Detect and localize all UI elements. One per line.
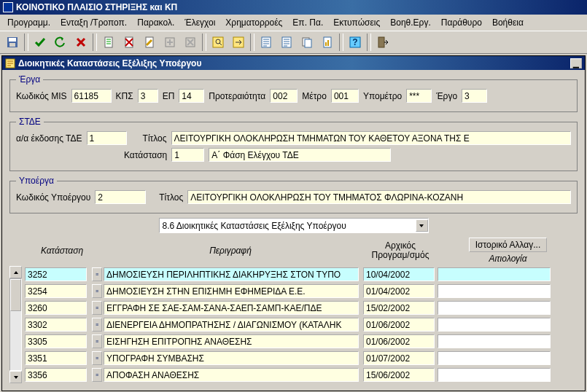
scroll-track[interactable] bbox=[9, 278, 22, 371]
reason-cell[interactable] bbox=[438, 284, 551, 298]
desc-cell[interactable] bbox=[104, 301, 359, 315]
check-icon[interactable] bbox=[31, 33, 50, 52]
menu-item[interactable]: Επ. Πα. bbox=[288, 16, 327, 29]
menu-item[interactable]: Χρηματορροές bbox=[221, 16, 287, 29]
metro-label: Μέτρο bbox=[302, 91, 327, 101]
kat-field[interactable] bbox=[171, 148, 204, 162]
find-next-icon[interactable] bbox=[229, 33, 248, 52]
reason-cell[interactable] bbox=[438, 334, 551, 348]
svg-rect-16 bbox=[325, 42, 327, 46]
date-cell[interactable] bbox=[363, 334, 435, 348]
desc-cell[interactable] bbox=[104, 368, 359, 382]
ep-field[interactable] bbox=[179, 89, 204, 103]
row-handle[interactable]: ≡ bbox=[92, 318, 102, 332]
ypoergo-code-label: Κωδικός Υποέργου bbox=[16, 192, 90, 203]
cancel-icon[interactable] bbox=[71, 33, 90, 52]
list1-icon[interactable] bbox=[257, 33, 276, 52]
new-icon[interactable] bbox=[99, 33, 118, 52]
code-cell[interactable] bbox=[25, 351, 87, 365]
row-handle[interactable]: ≡ bbox=[92, 334, 102, 348]
menu-item[interactable]: Βοηθ.Εργ. bbox=[386, 16, 435, 29]
kat-desc-field[interactable] bbox=[209, 148, 391, 162]
aa-field[interactable] bbox=[87, 131, 127, 145]
row-handle[interactable]: ≡ bbox=[92, 301, 102, 315]
date-cell[interactable] bbox=[363, 368, 435, 382]
remove-icon[interactable] bbox=[181, 33, 200, 52]
desc-cell[interactable] bbox=[104, 351, 359, 365]
list2-icon[interactable] bbox=[277, 33, 296, 52]
find-icon[interactable] bbox=[209, 33, 228, 52]
desc-cell[interactable] bbox=[104, 267, 359, 281]
app-icon bbox=[3, 2, 13, 12]
menu-item[interactable]: Παράθυρο bbox=[437, 16, 486, 29]
legend-erga: Έργα bbox=[16, 74, 43, 85]
fieldset-stde: ΣΤΔΕ α/α έκδοσης ΤΔΕ Τίτλος Κατάσταση bbox=[9, 117, 578, 171]
dropdown-button[interactable] bbox=[416, 219, 428, 232]
row-handle[interactable]: ≡ bbox=[92, 284, 102, 298]
reason-cell[interactable] bbox=[438, 318, 551, 332]
scrollbar[interactable] bbox=[9, 266, 22, 383]
kps-field[interactable] bbox=[138, 89, 158, 103]
scroll-thumb[interactable] bbox=[10, 279, 21, 311]
dropdown-value[interactable] bbox=[160, 219, 416, 232]
history-button[interactable]: Ιστορικό Αλλαγ... bbox=[469, 238, 547, 252]
date-cell[interactable] bbox=[363, 267, 435, 281]
save-icon[interactable] bbox=[3, 33, 22, 52]
code-cell[interactable] bbox=[25, 368, 87, 382]
table-row: ≡ bbox=[22, 266, 578, 283]
menu-item[interactable]: Εκτυπώσεις bbox=[329, 16, 384, 29]
table-row: ≡ bbox=[22, 350, 578, 366]
menu-item[interactable]: Ενταξη /Τροποπ. bbox=[56, 16, 131, 29]
metro-field[interactable] bbox=[331, 89, 359, 103]
scroll-down-button[interactable] bbox=[9, 371, 22, 383]
aa-label: α/α έκδοσης ΤΔΕ bbox=[16, 133, 82, 144]
ypoergo-code-field[interactable] bbox=[95, 190, 146, 204]
code-cell[interactable] bbox=[25, 318, 87, 332]
code-cell[interactable] bbox=[25, 334, 87, 348]
help-icon[interactable]: ? bbox=[346, 33, 365, 52]
row-handle[interactable]: ≡ bbox=[92, 267, 102, 281]
report-icon[interactable] bbox=[318, 33, 337, 52]
code-cell[interactable] bbox=[25, 267, 87, 281]
code-cell[interactable] bbox=[25, 284, 87, 298]
ypoergo-title-field[interactable] bbox=[187, 190, 571, 204]
section-dropdown[interactable] bbox=[159, 218, 429, 233]
menu-item[interactable]: Προγραμμ. bbox=[3, 16, 55, 29]
mis-field[interactable] bbox=[71, 89, 112, 103]
date-cell[interactable] bbox=[363, 318, 435, 332]
reason-cell[interactable] bbox=[438, 267, 551, 281]
row-handle[interactable]: ≡ bbox=[92, 351, 102, 365]
exit-icon[interactable] bbox=[373, 33, 392, 52]
row-handle[interactable]: ≡ bbox=[92, 368, 102, 382]
code-cell[interactable] bbox=[25, 301, 87, 315]
undo-icon[interactable] bbox=[51, 33, 70, 52]
date-cell[interactable] bbox=[363, 301, 435, 315]
header-aitiologia: Αιτιολογία bbox=[489, 254, 526, 264]
minimize-button[interactable]: ▁ bbox=[570, 58, 582, 68]
legend-stde: ΣΤΔΕ bbox=[16, 117, 44, 127]
add-icon[interactable] bbox=[160, 33, 179, 52]
reason-cell[interactable] bbox=[438, 351, 551, 365]
legend-ypoerga: Υποέργα bbox=[16, 176, 57, 186]
copy-icon[interactable] bbox=[298, 33, 316, 52]
date-cell[interactable] bbox=[363, 284, 435, 298]
delete-row-icon[interactable] bbox=[120, 33, 139, 52]
stde-title-field[interactable] bbox=[171, 131, 571, 145]
table-row: ≡ bbox=[22, 366, 578, 383]
edit-icon[interactable] bbox=[140, 33, 159, 52]
menu-item[interactable]: Παρακολ. bbox=[133, 16, 179, 29]
desc-cell[interactable] bbox=[104, 284, 359, 298]
menu-item[interactable]: Βοήθεια bbox=[488, 16, 528, 29]
ergo-field[interactable] bbox=[462, 89, 487, 103]
child-icon bbox=[5, 58, 15, 68]
desc-cell[interactable] bbox=[104, 318, 359, 332]
menu-item[interactable]: Έλεγχοι bbox=[180, 16, 219, 29]
reason-cell[interactable] bbox=[438, 301, 551, 315]
scroll-up-button[interactable] bbox=[9, 266, 22, 278]
date-cell[interactable] bbox=[363, 351, 435, 365]
desc-cell[interactable] bbox=[104, 334, 359, 348]
prio-field[interactable] bbox=[270, 89, 298, 103]
ypometro-field[interactable] bbox=[406, 89, 432, 103]
reason-cell[interactable] bbox=[438, 368, 551, 382]
svg-rect-1 bbox=[9, 38, 16, 42]
